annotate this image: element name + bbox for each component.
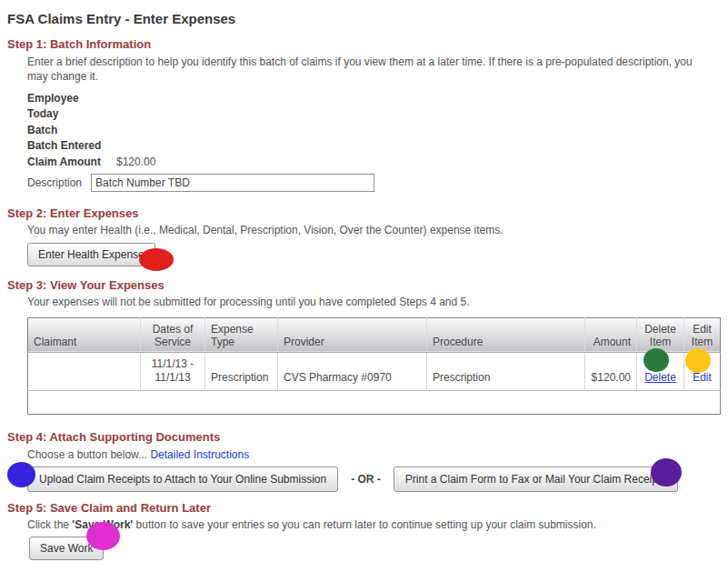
employee-label: Employee	[27, 92, 116, 105]
step4-instructions: Choose a button below... Detailed Instru…	[27, 448, 728, 462]
enter-health-expense-marker	[139, 248, 174, 271]
field-row-claim-amount: Claim Amount $120.00	[27, 154, 728, 170]
batch-entered-label: Batch Entered	[27, 139, 116, 152]
print-claim-form-button[interactable]: Print a Claim Form to Fax or Mail Your C…	[394, 467, 678, 492]
cell-expense-type: Prescription	[205, 352, 278, 390]
field-row-employee: Employee	[27, 90, 728, 106]
field-row-batch: Batch	[27, 122, 728, 138]
header-dates-of-service: Dates of Service	[141, 317, 205, 352]
step3-section: Step 3: View Your Expenses Your expenses…	[0, 278, 728, 415]
step2-instructions: You may enter Health (i.e., Medical, Den…	[27, 224, 711, 238]
step3-instructions: Your expenses will not be submitted for …	[27, 296, 711, 310]
header-claimant: Claimant	[28, 317, 141, 352]
save-work-marker	[86, 522, 120, 550]
header-edit-item: Edit Item	[684, 317, 721, 352]
or-separator: - OR -	[351, 473, 381, 486]
today-label: Today	[27, 107, 116, 120]
batch-label: Batch	[27, 124, 116, 136]
step3-heading: Step 3: View Your Expenses	[7, 278, 728, 292]
step1-heading: Step 1: Batch Information	[7, 37, 728, 51]
page-title: FSA Claims Entry - Enter Expenses	[7, 11, 728, 27]
header-delete-item: Delete Item	[637, 317, 684, 352]
description-input[interactable]	[91, 174, 374, 192]
step4-section: Step 4: Attach Supporting Documents Choo…	[0, 430, 728, 492]
description-label: Description	[27, 176, 91, 189]
expenses-table-header-row: Claimant Dates of Service Expense Type P…	[28, 317, 721, 352]
print-claim-form-marker	[651, 458, 682, 487]
delete-link[interactable]: Delete	[644, 371, 676, 384]
upload-receipts-marker	[7, 462, 35, 487]
choose-button-text: Choose a button below...	[27, 448, 147, 461]
step1-section: Step 1: Batch Information Enter a brief …	[0, 37, 728, 192]
step5-text-suffix: button to save your entries so you can r…	[133, 518, 596, 531]
step4-heading: Step 4: Attach Supporting Documents	[7, 430, 728, 444]
step2-section: Step 2: Enter Expenses You may enter Hea…	[0, 206, 728, 267]
delete-item-marker	[643, 348, 669, 372]
step5-instructions: Click the 'Save Work' button to save you…	[27, 518, 711, 533]
edit-item-marker	[685, 348, 711, 373]
step4-buttons-row: Upload Claim Receipts to Attach to Your …	[27, 467, 728, 492]
upload-claim-receipts-button[interactable]: Upload Claim Receipts to Attach to Your …	[27, 467, 338, 492]
header-provider: Provider	[278, 317, 427, 352]
cell-amount: $120.00	[585, 352, 637, 390]
fsa-claims-entry-page: FSA Claims Entry - Enter Expenses Step 1…	[0, 11, 728, 582]
expense-table-row: 11/1/13 - 11/1/13 Prescription CVS Pharm…	[28, 352, 721, 390]
cell-provider: CVS Pharmacy #0970	[278, 352, 427, 390]
cell-procedure: Prescription	[427, 352, 585, 390]
detailed-instructions-link[interactable]: Detailed Instructions	[150, 448, 249, 461]
header-amount: Amount	[585, 317, 637, 352]
description-row: Description	[27, 174, 728, 192]
step1-instructions: Enter a brief description to help you id…	[27, 55, 711, 84]
batch-info-fields: Employee Today Batch Batch Entered Claim…	[27, 90, 728, 170]
expenses-table-empty-row	[28, 390, 721, 414]
claim-amount-value: $120.00	[116, 156, 155, 168]
field-row-batch-entered: Batch Entered	[27, 138, 728, 155]
expenses-table: Claimant Dates of Service Expense Type P…	[27, 317, 721, 415]
cell-dates-of-service: 11/1/13 - 11/1/13	[141, 352, 205, 390]
enter-health-expense-button[interactable]: Enter Health Expense	[27, 243, 155, 266]
header-expense-type: Expense Type	[205, 317, 278, 352]
claim-amount-label: Claim Amount	[27, 156, 116, 168]
header-procedure: Procedure	[427, 317, 585, 352]
step5-heading: Step 5: Save Claim and Return Later	[7, 501, 728, 515]
step5-text-prefix: Click the	[27, 518, 72, 531]
cell-claimant	[28, 352, 141, 390]
step2-heading: Step 2: Enter Expenses	[7, 206, 728, 220]
field-row-today: Today	[27, 106, 728, 123]
